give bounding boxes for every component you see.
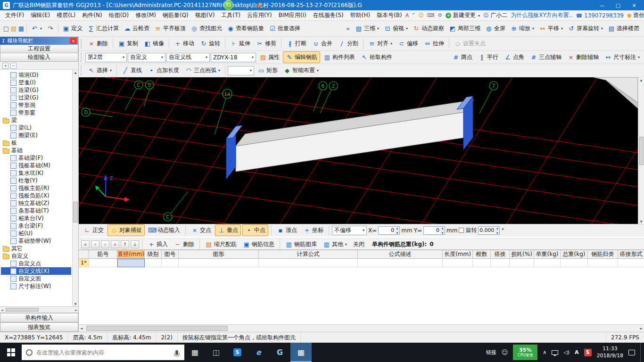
- coordinate-toggle[interactable]: +坐标: [301, 225, 326, 236]
- orbit-button[interactable]: ↻动态观察: [410, 23, 446, 34]
- close-panel-button[interactable]: 关闭: [351, 239, 367, 249]
- tree-folder-foundation[interactable]: 基础: [1, 147, 71, 154]
- collapse-all-icon[interactable]: −: [10, 63, 17, 69]
- rotate-checkbox[interactable]: [459, 228, 464, 233]
- scroll-right-icon[interactable]: ►: [640, 327, 643, 330]
- tree-item-foundation-pad[interactable]: 基础垫带(W): [1, 237, 71, 245]
- cell-lap[interactable]: [491, 259, 510, 267]
- vertex-snap-toggle[interactable]: ▪顶点: [274, 225, 299, 236]
- col-lap[interactable]: 搭接: [491, 250, 510, 259]
- mirror-button[interactable]: ◧镜像: [141, 38, 166, 49]
- point-angle-button[interactable]: ∠点角: [502, 52, 527, 63]
- ime-quote-icon[interactable]: ”: [412, 12, 415, 18]
- tree-folder-slab[interactable]: 板: [1, 139, 71, 147]
- toolbar-handle[interactable]: [81, 39, 83, 49]
- parallel-axis-button[interactable]: ∥平行: [476, 52, 501, 63]
- pin-icon[interactable]: ↧: [1, 38, 5, 43]
- intersection-snap-toggle[interactable]: ×交点: [189, 225, 214, 236]
- first-row-button[interactable]: «: [81, 240, 90, 248]
- cell-bar-number[interactable]: [89, 259, 117, 267]
- menu-item-component[interactable]: 构件(N): [79, 11, 105, 19]
- object-snap-toggle[interactable]: ◇对象捕捉: [107, 224, 145, 236]
- cell-count[interactable]: [473, 259, 491, 267]
- line-tool-button[interactable]: ╱直线: [119, 65, 144, 76]
- two-point-axis-button[interactable]: #两点: [450, 52, 475, 63]
- phone-number[interactable]: ☎ 13907298339: [576, 12, 624, 19]
- tree-item-cap-beam[interactable]: 承台梁(F): [1, 222, 71, 230]
- network-icon[interactable]: [552, 350, 558, 355]
- sogou-ime-icon[interactable]: S: [584, 349, 592, 356]
- ime-indicator[interactable]: A: [575, 349, 579, 355]
- menu-item-view[interactable]: 视图(V): [192, 11, 218, 19]
- undo-button[interactable]: ↶▾: [28, 24, 44, 34]
- smart-layout-button[interactable]: ◆智能布置▾: [281, 65, 321, 76]
- scroll-up-icon[interactable]: ▲: [74, 71, 77, 74]
- keyboard-icon[interactable]: ⌨: [427, 12, 434, 18]
- pick-component-button[interactable]: ↖拾取构件: [358, 52, 395, 63]
- cost-bean[interactable]: ● 造价豆:0: [627, 11, 644, 19]
- cell-rebar-category[interactable]: [588, 259, 618, 267]
- define-button[interactable]: ▣定义: [60, 23, 85, 34]
- floor-combo[interactable]: 第2层▾: [85, 53, 127, 62]
- point-length-tool-button[interactable]: •点加长度: [145, 65, 182, 76]
- hidden-icons-chevron[interactable]: ∧: [543, 349, 546, 355]
- cell-formula[interactable]: [259, 259, 358, 267]
- viewport-scrollbar[interactable]: ▲ ▼: [638, 77, 644, 224]
- scroll-right-icon[interactable]: ►: [75, 308, 77, 312]
- extend-button[interactable]: ⊦延伸: [228, 38, 253, 49]
- tree-folder-other[interactable]: 其它: [1, 245, 71, 252]
- fullscreen-button[interactable]: ◍全屏: [483, 23, 508, 34]
- sidebar-item-draw-input[interactable]: 绘图输入: [0, 53, 78, 62]
- col-formula[interactable]: 计算公式: [259, 250, 358, 259]
- maximize-button[interactable]: ▢: [611, 1, 625, 9]
- mic-icon[interactable]: [175, 350, 178, 355]
- zoom-button[interactable]: ⊕缩放▾: [508, 23, 537, 34]
- taskbar-app-sogou-browser[interactable]: S: [227, 343, 248, 362]
- start-button[interactable]: [0, 343, 22, 362]
- col-lap-type[interactable]: 搭接形式: [618, 250, 644, 259]
- menu-item-help[interactable]: 帮助(H): [347, 11, 373, 19]
- menu-item-edit[interactable]: 编辑(E): [27, 11, 53, 19]
- cell-total-weight[interactable]: [561, 259, 588, 267]
- row-header[interactable]: 1*: [79, 259, 89, 267]
- col-total-weight[interactable]: 总重(kg): [561, 250, 588, 259]
- save-icon[interactable]: ▦: [17, 25, 25, 33]
- pan-button[interactable]: ↔平移▾: [537, 23, 565, 34]
- close-button[interactable]: ×: [627, 1, 641, 9]
- tree-item-sump[interactable]: 集水坑(K): [1, 169, 71, 177]
- menu-item-tools[interactable]: 工具(T): [218, 11, 244, 19]
- col-loss[interactable]: 损耗(%): [510, 250, 534, 259]
- tree-item-beam[interactable]: 梁(L): [1, 124, 71, 132]
- copy-button[interactable]: ▣复制: [116, 38, 140, 49]
- midpoint-snap-toggle[interactable]: •中点: [242, 224, 268, 236]
- set-grip-button[interactable]: ◇设置夹点: [452, 38, 488, 49]
- tree-scrollbar[interactable]: ▲ ▼: [72, 70, 78, 306]
- tree-item-column-pier[interactable]: 柱墩(Y): [1, 177, 71, 184]
- dynamic-input-toggle[interactable]: ⌨动态输入: [146, 225, 182, 236]
- notification-center-icon[interactable]: [628, 350, 635, 355]
- scroll-left-icon[interactable]: ◄: [80, 327, 83, 330]
- open-file-icon[interactable]: ▤: [10, 25, 17, 33]
- screen-rotate-button[interactable]: ↺屏幕旋转▾: [565, 23, 605, 34]
- split-button[interactable]: ∕分割: [336, 38, 361, 49]
- cell-shape[interactable]: [179, 259, 259, 267]
- offset-mode-combo[interactable]: 不偏移▾: [332, 226, 367, 235]
- cell-loss[interactable]: [510, 259, 534, 267]
- scroll-down-icon[interactable]: ▼: [74, 302, 77, 305]
- redo-button[interactable]: ↷: [44, 24, 57, 34]
- tree-folder-beam[interactable]: 梁: [1, 116, 71, 124]
- tree-item-niche[interactable]: 壁龛(I): [1, 79, 71, 86]
- arc-mode-combo[interactable]: ▾: [228, 66, 254, 75]
- select-tool-button[interactable]: ↖选择▾: [85, 65, 114, 76]
- tree-item-custom-line[interactable]: 自定义线(X): [1, 267, 71, 275]
- flush-slab-top-button[interactable]: ≡平齐板顶: [152, 23, 188, 34]
- menu-item-online-service[interactable]: 在线服务(S): [310, 11, 347, 19]
- menu-item-bim-app[interactable]: BIM应用(I): [275, 11, 310, 19]
- table-hscrollbar[interactable]: ◄ ►: [79, 324, 644, 332]
- component-name-combo[interactable]: ZDYX-18▾: [211, 53, 256, 62]
- volume-icon[interactable]: ◁): [563, 349, 570, 355]
- tree-item-custom-face[interactable]: 自定义面: [1, 275, 71, 282]
- merge-button[interactable]: ∪合并: [310, 38, 335, 49]
- offset-button[interactable]: ⊂偏移: [396, 38, 421, 49]
- tree-item-custom-point[interactable]: 自定义点: [1, 260, 71, 267]
